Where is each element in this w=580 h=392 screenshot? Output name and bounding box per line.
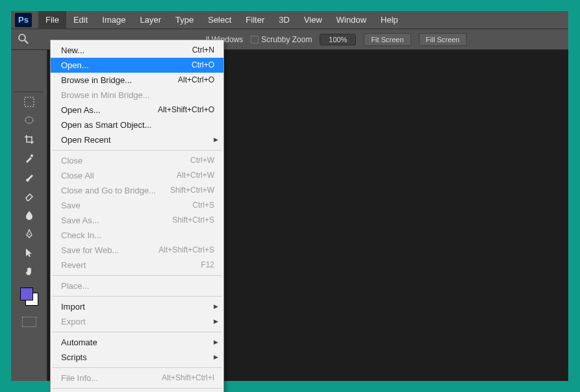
menu-item-shortcut: Alt+Ctrl+W <box>177 170 214 181</box>
menu-item-label: Automate <box>61 337 97 348</box>
menu-item-shortcut: Ctrl+S <box>192 200 214 211</box>
svg-point-4 <box>31 154 33 157</box>
menu-item-label: Import <box>61 301 85 312</box>
menu-item-shortcut: Ctrl+O <box>192 60 214 71</box>
menu-item-label: Check In... <box>61 230 101 241</box>
menu-type[interactable]: Type <box>168 11 201 29</box>
menu-item-label: Place... <box>61 280 89 291</box>
menu-item-save: SaveCtrl+S <box>51 198 223 213</box>
menu-item-label: Revert <box>61 260 86 271</box>
menu-item-revert: RevertF12 <box>51 258 223 273</box>
menu-item-label: Browse in Bridge... <box>61 75 132 86</box>
app-logo: Ps <box>15 13 32 27</box>
menu-separator <box>52 296 222 297</box>
menu-view[interactable]: View <box>297 11 329 29</box>
menu-item-open-recent[interactable]: Open Recent <box>51 132 223 147</box>
menubar: Ps FileEditImageLayerTypeSelectFilter3DV… <box>11 11 568 29</box>
menu-item-label: New... <box>61 45 84 56</box>
crop-tool-icon[interactable] <box>23 133 36 146</box>
menu-item-check-in: Check In... <box>51 228 223 243</box>
menu-image[interactable]: Image <box>95 11 132 29</box>
menu-item-label: File Info... <box>61 373 98 384</box>
menu-item-open-as[interactable]: Open As...Alt+Shift+Ctrl+O <box>51 103 223 117</box>
menu-item-shortcut: Alt+Shift+Ctrl+I <box>162 373 214 384</box>
menu-item-file-info: File Info...Alt+Shift+Ctrl+I <box>51 371 223 386</box>
menu-item-label: Export <box>61 316 86 327</box>
svg-rect-2 <box>25 97 34 106</box>
menu-item-label: Save As... <box>61 215 99 226</box>
svg-point-3 <box>25 117 33 123</box>
menu-item-new[interactable]: New...Ctrl+N <box>51 43 223 58</box>
color-swatch[interactable] <box>20 288 38 306</box>
menu-item-shortcut: Alt+Shift+Ctrl+S <box>158 245 214 256</box>
menu-item-scripts[interactable]: Scripts <box>51 350 223 365</box>
menu-item-shortcut: Alt+Ctrl+O <box>178 75 214 86</box>
menu-separator <box>52 388 222 389</box>
menu-item-open-as-smart-object[interactable]: Open as Smart Object... <box>51 117 223 132</box>
scrubby-zoom-checkbox[interactable]: Scrubby Zoom <box>251 35 312 44</box>
menu-item-browse-in-mini-bridge: Browse in Mini Bridge... <box>51 88 223 103</box>
menu-item-label: Close and Go to Bridge... <box>61 185 156 196</box>
menu-item-shortcut: Ctrl+N <box>192 45 214 56</box>
menu-item-shortcut: F12 <box>201 260 214 271</box>
quick-mask-icon[interactable] <box>22 317 36 327</box>
zoom-level-input[interactable]: 100% <box>320 34 356 45</box>
lasso-tool-icon[interactable] <box>23 114 36 127</box>
file-menu-dropdown: New...Ctrl+NOpen...Ctrl+OBrowse in Bridg… <box>50 40 224 392</box>
marquee-tool-icon[interactable] <box>23 95 36 108</box>
zoom-tool-icon[interactable] <box>15 31 32 47</box>
fill-screen-button[interactable]: Fill Screen <box>419 33 467 46</box>
svg-point-0 <box>19 34 25 41</box>
menu-item-browse-in-bridge[interactable]: Browse in Bridge...Alt+Ctrl+O <box>51 73 223 88</box>
menu-item-label: Open As... <box>61 104 101 116</box>
menu-separator <box>52 275 222 276</box>
pen-tool-icon[interactable] <box>23 227 36 240</box>
menu-item-save-for-web: Save for Web...Alt+Shift+Ctrl+S <box>51 243 223 258</box>
menu-item-label: Save <box>61 200 81 211</box>
menu-item-label: Close All <box>61 170 94 181</box>
menu-item-label: Open... <box>61 60 89 71</box>
svg-line-1 <box>25 40 28 43</box>
menu-file[interactable]: File <box>38 11 66 29</box>
menu-layer[interactable]: Layer <box>133 11 169 29</box>
menu-item-save-as: Save As...Shift+Ctrl+S <box>51 213 223 228</box>
menu-item-label: Open as Smart Object... <box>61 119 151 130</box>
menu-item-import[interactable]: Import <box>51 299 223 314</box>
menu-item-shortcut: Ctrl+W <box>190 155 214 166</box>
menu-3d[interactable]: 3D <box>271 11 297 29</box>
menu-item-close: CloseCtrl+W <box>51 153 223 168</box>
menu-item-place: Place... <box>51 278 223 293</box>
app-window: Ps FileEditImageLayerTypeSelectFilter3DV… <box>10 10 569 382</box>
menu-item-open[interactable]: Open...Ctrl+O <box>51 58 223 73</box>
blur-tool-icon[interactable] <box>23 208 36 221</box>
menu-item-label: Open Recent <box>61 134 111 145</box>
menu-separator <box>52 367 222 368</box>
menu-select[interactable]: Select <box>201 11 238 29</box>
menu-item-close-and-go-to-bridge: Close and Go to Bridge...Shift+Ctrl+W <box>51 183 223 198</box>
menu-item-close-all: Close AllAlt+Ctrl+W <box>51 168 223 183</box>
menu-item-label: Browse in Mini Bridge... <box>61 90 150 101</box>
fit-screen-button[interactable]: Fit Screen <box>364 33 410 46</box>
menu-filter[interactable]: Filter <box>238 11 271 29</box>
menu-item-shortcut: Alt+Shift+Ctrl+O <box>158 104 214 116</box>
menu-item-shortcut: Shift+Ctrl+S <box>172 215 214 226</box>
eraser-tool-icon[interactable] <box>23 190 36 202</box>
svg-point-5 <box>29 234 30 235</box>
menu-item-label: Scripts <box>61 352 87 363</box>
menu-item-label: Save for Web... <box>61 245 119 256</box>
menu-separator <box>52 150 222 151</box>
menu-edit[interactable]: Edit <box>66 11 95 29</box>
menu-window[interactable]: Window <box>329 11 373 29</box>
path-select-tool-icon[interactable] <box>23 246 36 259</box>
menu-separator <box>52 332 222 332</box>
toolbox <box>11 50 47 381</box>
hand-tool-icon[interactable] <box>23 265 36 278</box>
brush-tool-icon[interactable] <box>23 171 36 184</box>
menu-item-automate[interactable]: Automate <box>51 335 223 350</box>
menu-item-label: Close <box>61 155 82 166</box>
menu-help[interactable]: Help <box>373 11 405 29</box>
menu-item-export: Export <box>51 314 223 329</box>
menu-item-shortcut: Shift+Ctrl+W <box>170 185 214 196</box>
eyedropper-tool-icon[interactable] <box>23 152 36 165</box>
